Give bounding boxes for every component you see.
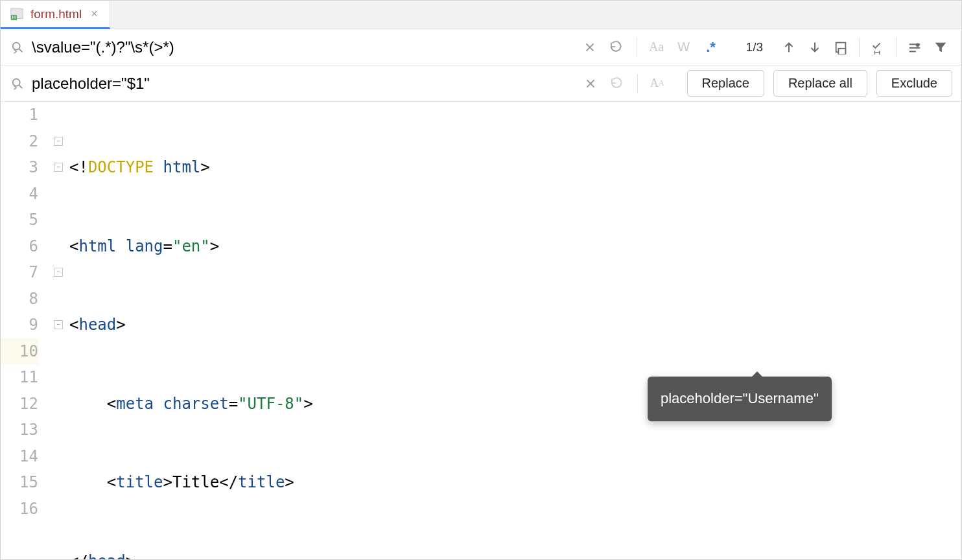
history-find-icon[interactable]: [605, 36, 629, 59]
clear-replace-icon[interactable]: [579, 72, 602, 95]
fold-icon[interactable]: −: [54, 163, 63, 172]
preserve-case-icon[interactable]: AA: [646, 72, 669, 95]
line-gutter: 1234 5678 9101112 13141516: [1, 102, 53, 559]
search-icon[interactable]: [7, 36, 28, 59]
svg-point-18: [13, 78, 20, 86]
history-replace-icon[interactable]: [606, 72, 629, 95]
regex-icon[interactable]: .*: [699, 36, 723, 59]
svg-point-3: [13, 42, 20, 49]
fold-icon[interactable]: −: [54, 137, 63, 146]
find-row: Aa W .* 1/3: [1, 29, 961, 65]
replace-search-icon[interactable]: [7, 72, 28, 95]
tab-bar: H form.html ×: [1, 1, 961, 29]
code-line: <html lang="en">: [65, 233, 961, 260]
match-count: 1/3: [734, 40, 775, 54]
filter-icon[interactable]: [929, 36, 952, 59]
replace-input[interactable]: [32, 75, 575, 93]
next-match-icon[interactable]: [803, 36, 827, 59]
fold-icon[interactable]: −: [54, 268, 63, 277]
clear-find-icon[interactable]: [578, 36, 602, 59]
svg-line-19: [19, 85, 23, 88]
whole-word-icon[interactable]: W: [672, 36, 696, 59]
tab-form-html[interactable]: H form.html ×: [1, 1, 110, 29]
svg-rect-10: [838, 48, 845, 54]
svg-text:H: H: [12, 14, 16, 20]
replace-preview-tooltip: placeholder="Username": [648, 377, 832, 421]
tab-label: form.html: [30, 7, 82, 21]
fold-icon[interactable]: −: [54, 320, 63, 329]
replace-all-button[interactable]: Replace all: [773, 70, 867, 97]
code-line: <head>: [65, 312, 961, 338]
fold-column: − − − −: [53, 102, 65, 559]
add-selection-icon[interactable]: [866, 36, 889, 59]
exclude-button[interactable]: Exclude: [876, 70, 952, 97]
filter-settings-icon[interactable]: [903, 36, 926, 59]
code-area[interactable]: <!DOCTYPE html> <html lang="en"> <head> …: [65, 102, 961, 559]
svg-point-17: [917, 43, 919, 46]
replace-button[interactable]: Replace: [687, 70, 764, 97]
prev-match-icon[interactable]: [777, 36, 801, 59]
find-input[interactable]: [32, 38, 574, 56]
replace-row: AA Replace Replace all Exclude: [1, 65, 961, 102]
code-line: <title>Title</title>: [65, 469, 961, 496]
svg-line-4: [19, 49, 23, 52]
code-editor[interactable]: 1234 5678 9101112 13141516 − − − − <!DOC…: [1, 102, 961, 559]
code-line: <!DOCTYPE html>: [65, 154, 961, 181]
html-file-icon: H: [10, 7, 24, 21]
code-line: </head>: [65, 548, 961, 561]
match-case-icon[interactable]: Aa: [645, 36, 668, 59]
close-icon[interactable]: ×: [88, 7, 100, 21]
select-all-icon[interactable]: [829, 36, 852, 59]
